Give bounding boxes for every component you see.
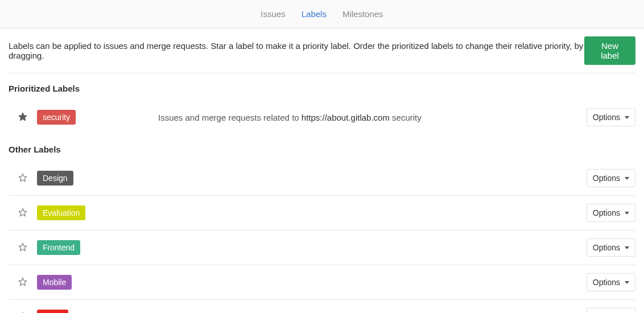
label-row: DesignOptions [9, 161, 635, 196]
star-toggle[interactable] [9, 112, 37, 123]
description-text: Issues and merge requests related to [158, 113, 302, 122]
label-badge-cell: Design [37, 171, 158, 186]
prioritized-heading: Prioritized Labels [9, 73, 635, 100]
options-button[interactable]: Options [587, 204, 635, 222]
star-outline-icon [18, 244, 27, 253]
svg-marker-2 [19, 208, 26, 216]
label-badge-cell: Evaluation [37, 205, 158, 220]
tab-labels[interactable]: Labels [294, 0, 335, 28]
label-badge[interactable]: Sales [37, 310, 68, 313]
label-badge[interactable]: Mobile [37, 275, 72, 290]
label-row: FrontendOptions [9, 230, 635, 265]
content-area: Labels can be applied to issues and merg… [0, 28, 644, 313]
label-row: MobileOptions [9, 265, 635, 300]
label-row: EvaluationOptions [9, 196, 635, 230]
options-cell: Options [579, 204, 635, 222]
options-button-label: Options [593, 208, 620, 217]
options-button[interactable]: Options [587, 108, 635, 126]
tab-issues[interactable]: Issues [253, 0, 293, 28]
tabs-bar: Issues Labels Milestones [0, 0, 644, 28]
options-button-label: Options [593, 278, 620, 287]
label-badge[interactable]: Design [37, 171, 73, 186]
label-row: securityIssues and merge requests relate… [9, 100, 635, 134]
star-toggle[interactable] [9, 173, 37, 184]
options-button-label: Options [593, 113, 620, 122]
other-labels-list: DesignOptionsEvaluationOptionsFrontendOp… [9, 161, 635, 313]
other-heading: Other Labels [9, 134, 635, 161]
star-filled-icon [18, 114, 27, 123]
options-button[interactable]: Options [587, 238, 635, 257]
label-badge-cell: security [37, 110, 158, 125]
chevron-down-icon [625, 177, 629, 180]
star-outline-icon [18, 279, 27, 288]
options-cell: Options [579, 238, 635, 257]
help-text: Labels can be applied to issues and merg… [9, 41, 584, 60]
tab-milestones[interactable]: Milestones [335, 0, 391, 28]
options-cell: Options [579, 108, 635, 126]
chevron-down-icon [625, 116, 629, 119]
star-outline-icon [18, 209, 27, 219]
svg-marker-4 [19, 278, 26, 285]
options-button[interactable]: Options [587, 273, 635, 291]
chevron-down-icon [625, 281, 629, 284]
prioritized-labels-list: securityIssues and merge requests relate… [9, 100, 635, 134]
options-button[interactable]: Options [587, 169, 635, 187]
star-toggle[interactable] [9, 208, 37, 219]
label-badge[interactable]: Frontend [37, 240, 80, 255]
star-toggle[interactable] [9, 277, 37, 288]
svg-marker-3 [19, 243, 26, 250]
chevron-down-icon [625, 212, 629, 215]
star-toggle[interactable] [9, 242, 37, 253]
description-text: security [390, 113, 422, 122]
header-row: Labels can be applied to issues and merg… [9, 36, 635, 73]
options-cell: Options [579, 169, 635, 187]
svg-marker-1 [19, 174, 26, 181]
label-badge-cell: Mobile [37, 275, 158, 290]
chevron-down-icon [625, 246, 629, 249]
new-label-button[interactable]: New label [584, 36, 635, 65]
label-description: Issues and merge requests related to htt… [158, 113, 579, 122]
description-link[interactable]: https://about.gitlab.com [302, 113, 390, 122]
options-cell: Options [579, 308, 635, 313]
options-cell: Options [579, 273, 635, 291]
options-button-label: Options [593, 174, 620, 183]
label-badge[interactable]: security [37, 110, 76, 125]
label-badge[interactable]: Evaluation [37, 205, 85, 220]
options-button-label: Options [593, 243, 620, 252]
label-row: SalesOptions [9, 300, 635, 313]
options-button[interactable]: Options [587, 308, 635, 313]
label-badge-cell: Frontend [37, 240, 158, 255]
label-badge-cell: Sales [37, 310, 158, 313]
star-outline-icon [18, 175, 27, 184]
svg-marker-0 [19, 113, 26, 120]
